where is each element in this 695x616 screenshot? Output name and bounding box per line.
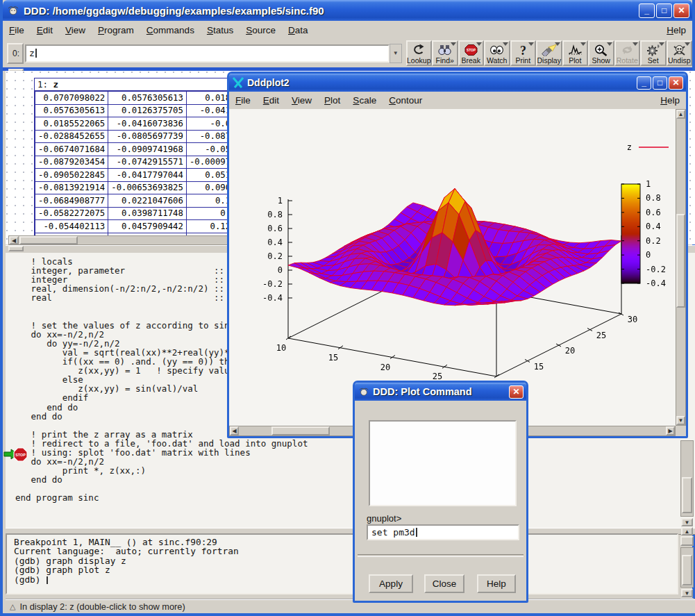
console-vscrollbar[interactable] [680,547,694,588]
arg-input[interactable]: z [25,44,390,63]
arg-index-button[interactable]: 0: [7,43,24,64]
gnuplot-command-value: set pm3d [371,527,415,538]
display-1-z[interactable]: 1: z 0.07070980220.05763056130.018552206… [34,78,237,239]
toolbar-button-label: Display [537,56,561,65]
breakpoint-stop-icon[interactable]: STOP [13,447,28,465]
show-button[interactable]: Show [588,40,614,66]
menu-item-edit[interactable]: Edit [31,22,59,38]
dropdown-arrow-icon[interactable] [685,42,690,46]
sash-expand-up-icon[interactable]: ▲ [681,527,693,535]
minimize-button[interactable]: _ [639,3,655,18]
set-button[interactable]: Set [640,40,667,66]
menu-item-program[interactable]: Program [92,22,140,38]
print-button[interactable]: ?Print [510,40,537,66]
dropdown-arrow-icon[interactable] [580,42,586,46]
table-row: -0.06849087770.02210476060.11205864 [35,194,237,208]
matrix-cell: -0.0813921914 [35,181,108,194]
plot-menu-item-help[interactable]: Help [654,92,686,108]
source-sash-handle[interactable] [8,246,24,251]
command-history-list[interactable] [369,420,517,506]
source-vscrollbar[interactable] [680,440,694,517]
plot-menu-item-plot[interactable]: Plot [318,92,346,108]
status-sash-down-icon[interactable]: ▼ [681,589,693,597]
lookup-icon [411,43,427,56]
matrix-cell: 0.0221047606 [108,194,187,208]
dropdown-arrow-icon[interactable] [476,42,482,46]
main-menubar: FileEditViewProgramCommandsStatusSourceD… [3,21,692,40]
plot-titlebar[interactable]: Dddplot2 _ □ ✕ [229,74,686,92]
dropdown-arrow-icon[interactable] [633,42,638,46]
display-button[interactable]: Display [536,40,562,66]
maximize-button[interactable]: □ [656,3,672,18]
rotate-button: Rotate [614,40,641,66]
matrix-cell: -0.00653693825 [108,181,187,194]
break-button[interactable]: STOPBreak [458,40,485,66]
matrix-cell: -0.0417797044 [108,169,187,182]
dropdown-arrow-icon[interactable] [555,42,560,46]
gdb-console[interactable]: Breakpoint 1, MAIN__ () at sinc.f90:29Cu… [6,533,678,594]
matrix-cell: -0.0742915571 [108,156,187,169]
dropdown-arrow-icon[interactable] [451,42,456,46]
dropdown-arrow-icon[interactable] [659,42,664,46]
data-pane-hscrollbar[interactable]: ◀ [8,235,233,245]
dialog-titlebar[interactable]: DDD: Plot Command ✕ [355,383,526,401]
console-cursor [47,576,48,584]
arg-history-dropdown-icon[interactable]: ▼ [390,44,402,63]
dialog-separator [358,554,524,557]
svg-text:STOP: STOP [15,453,26,457]
plot-menubar: FileEditViewPlotScaleContour Help [229,92,686,110]
matrix-cell: 0.0576305613 [108,92,187,105]
close-button-dialog[interactable]: Close [424,574,464,593]
dropdown-arrow-icon[interactable] [607,42,612,46]
find-button[interactable]: Find» [432,40,458,66]
ddd-gnu-logo-icon [358,386,369,397]
console-line: (gdb) graph display z [14,556,670,565]
matrix-cell: -0.0582272075 [35,207,108,220]
plot-close-button[interactable]: ✕ [669,76,683,90]
plot-maximize-button[interactable]: □ [653,76,667,90]
console-sash-grip[interactable] [680,536,694,546]
close-button[interactable]: ✕ [673,3,689,18]
svg-text:?: ? [520,44,526,56]
lookup-button[interactable]: Lookup [406,40,433,66]
plot-button[interactable]: Plot [562,40,589,66]
menu-item-status[interactable]: Status [201,22,240,38]
menu-item-source[interactable]: Source [240,22,282,38]
table-row: -0.05822720750.03987117480.1213542 [35,207,237,220]
gnuplot-3d-surface [229,109,676,426]
display-title[interactable]: 1: z [35,78,236,91]
dialog-title: DDD: Plot Command [373,386,509,397]
source-line: end do [6,475,695,484]
plot-command-dialog: DDD: Plot Command ✕ gnuplot> set pm3d Ap… [353,381,528,603]
table-row: -0.0544021130.04579094420.123669781 [35,220,237,233]
main-titlebar[interactable]: DDD: /home/ggdagw/debugging/examples/exa… [3,0,692,21]
menu-item-commands[interactable]: Commands [140,22,201,38]
plot-menu-item-edit[interactable]: Edit [257,92,285,108]
dropdown-arrow-icon[interactable] [503,42,508,46]
gnuplot-command-input[interactable]: set pm3d [367,524,519,540]
plot-menu-item-file[interactable]: File [229,92,257,108]
table-row: -0.0674071684-0.0909741968-0.054402113 [35,143,237,156]
matrix-cell: 0.0398711748 [108,207,187,220]
plot-minimize-button[interactable]: _ [637,76,651,90]
plot-vscrollbar[interactable]: ▲ ▼ [676,109,686,426]
warning-triangle-icon: △ [10,602,15,611]
menu-item-data[interactable]: Data [282,22,315,38]
plot-menu-item-contour[interactable]: Contour [383,92,428,108]
plot-menu-item-view[interactable]: View [285,92,318,108]
dialog-close-button[interactable]: ✕ [509,385,524,399]
menu-item-file[interactable]: File [3,22,31,38]
watch-button[interactable]: Watch [484,40,510,66]
apply-button[interactable]: Apply [369,574,413,593]
help-button-dialog[interactable]: Help [477,574,516,593]
sash-expand-down-icon[interactable]: ▼ [681,518,693,526]
status-text: In display 2: z (double-click to show mo… [19,601,185,612]
source-line: ! redirect to a file, 'foo.dat' and load… [6,439,695,448]
plot-menu-item-scale[interactable]: Scale [346,92,383,108]
undisp-button[interactable]: Undisp [667,40,693,66]
menu-item-help[interactable]: Help [660,22,692,38]
toolbar-button-label: Print [515,56,530,65]
menu-item-view[interactable]: View [59,22,92,38]
matrix-cell: -0.0674071684 [35,143,108,156]
dropdown-arrow-icon[interactable] [528,42,534,46]
